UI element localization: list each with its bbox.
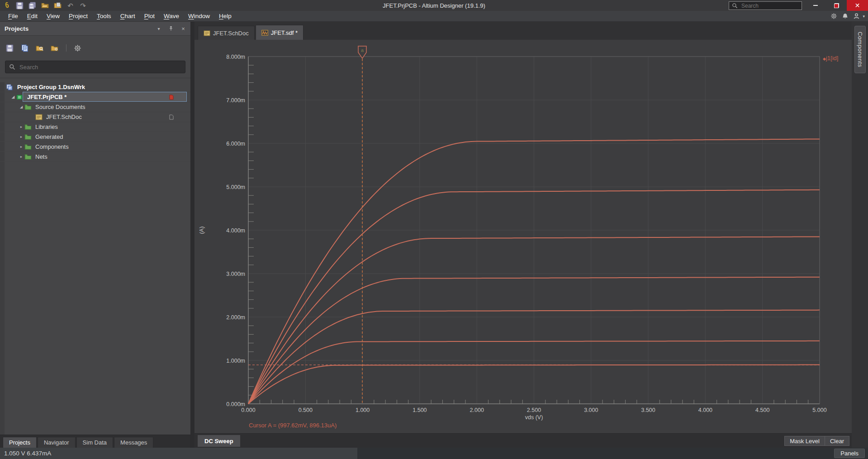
y-tick-label: 2.000m — [226, 314, 245, 321]
project-tree: Project Group 1.DsnWrk◢JFET.PrjPCB *◢Sou… — [0, 82, 190, 435]
expand-arrow-icon[interactable]: ▸ — [18, 135, 24, 139]
tree-item-project-group-1-dsnwrk[interactable]: Project Group 1.DsnWrk — [0, 82, 190, 92]
menubar-right-icons: ▾ — [830, 13, 865, 19]
legend-j1id[interactable]: ◆j1[id] — [823, 55, 838, 62]
workspace-icon — [6, 84, 14, 90]
menu-plot[interactable]: Plot — [140, 12, 159, 20]
folder-icon — [24, 144, 32, 150]
restore-button[interactable] — [826, 0, 847, 11]
tree-item-jfet-prjpcb[interactable]: ◢JFET.PrjPCB * — [0, 92, 190, 102]
tree-item-nets[interactable]: ▸Nets — [0, 152, 190, 162]
right-panel-strip: Components — [852, 22, 868, 448]
open-document-icon[interactable] — [54, 2, 62, 9]
x-tick-label: 1.000 — [356, 407, 370, 413]
menu-wave[interactable]: Wave — [159, 12, 184, 20]
global-search-input[interactable] — [740, 2, 799, 9]
menu-view[interactable]: View — [42, 12, 64, 20]
tree-item-label: Components — [33, 143, 71, 150]
collapse-arrow-icon[interactable]: ◢ — [10, 95, 16, 99]
panel-tab-messages[interactable]: Messages — [114, 437, 153, 448]
search-folder-icon[interactable] — [36, 44, 44, 52]
tree-item-label: Generated — [33, 133, 65, 140]
tab-dc-sweep[interactable]: DC Sweep — [198, 435, 240, 447]
tree-item-components[interactable]: ▸Components — [0, 142, 190, 152]
panel-tab-navigator[interactable]: Navigator — [38, 437, 76, 448]
menu-window[interactable]: Window — [184, 12, 214, 20]
x-axis-title: vds (V) — [525, 414, 543, 421]
notifications-bell-icon[interactable] — [842, 13, 849, 19]
document-tabs: JFET.SchDocJFET.sdf * — [194, 22, 852, 40]
panels-button[interactable]: Panels — [834, 449, 865, 458]
y-tick-label: 8.000m — [226, 54, 245, 60]
tab-components[interactable]: Components — [854, 26, 866, 73]
save-icon[interactable] — [16, 2, 24, 9]
schematic-document-icon — [35, 114, 43, 120]
main-area: Projects ▾× Project Group 1.DsnWrk◢JFET.… — [0, 22, 868, 448]
tree-item-libraries[interactable]: ▸Libraries — [0, 122, 190, 132]
modified-red-badge-icon — [169, 95, 174, 100]
projects-search-box[interactable] — [5, 61, 185, 73]
tree-item-jfet-schdoc[interactable]: JFET.SchDoc — [0, 112, 190, 122]
y-axis-title: (A) — [199, 227, 205, 234]
collapse-arrow-icon[interactable]: ◢ — [18, 105, 24, 109]
waveform-chart: 0.000m1.000m2.000m3.000m4.000m5.000m6.00… — [194, 40, 852, 433]
menu-file[interactable]: File — [4, 12, 23, 20]
tree-item-label: Project Group 1.DsnWrk — [15, 84, 87, 90]
expand-arrow-icon[interactable]: ▸ — [18, 155, 24, 159]
y-tick-label: 4.000m — [226, 227, 245, 234]
tree-item-generated[interactable]: ▸Generated — [0, 132, 190, 142]
save-all-icon[interactable] — [28, 2, 36, 9]
global-search-box[interactable] — [729, 1, 802, 10]
statusbar: 1.050 V 6.437mA Panels — [0, 448, 868, 459]
document-tab-label: JFET.SchDoc — [213, 30, 249, 37]
menu-project[interactable]: Project — [64, 12, 92, 20]
expand-arrow-icon[interactable]: ▸ — [18, 145, 24, 149]
panel-splitter[interactable] — [191, 22, 194, 448]
minimize-icon — [813, 5, 818, 6]
expand-arrow-icon[interactable]: ▸ — [18, 125, 24, 129]
document-tab-jfet-schdoc[interactable]: JFET.SchDoc — [198, 26, 255, 40]
panel-tab-sim-data[interactable]: Sim Data — [76, 437, 113, 448]
projects-toolbar — [0, 36, 190, 57]
y-tick-label: 5.000m — [226, 184, 245, 190]
folder-icon — [24, 104, 32, 110]
chevron-down-icon[interactable]: ▾ — [156, 26, 161, 31]
toolbar-divider — [66, 44, 66, 52]
x-tick-label: 0.000 — [241, 407, 255, 413]
tree-item-source-documents[interactable]: ◢Source Documents — [0, 102, 190, 112]
copy-documents-icon[interactable] — [21, 44, 29, 52]
close-icon[interactable]: × — [180, 26, 186, 31]
left-panel-tabs: ProjectsNavigatorSim DataMessages — [0, 435, 190, 448]
minimize-button[interactable] — [805, 0, 826, 11]
cursor-a-readout: Cursor A = (997.62mV, 896.13uA) — [249, 422, 337, 429]
menu-items: FileEditViewProjectToolsChartPlotWaveWin… — [4, 12, 236, 20]
settings-gear-icon[interactable] — [830, 13, 837, 19]
folder-options-icon[interactable] — [51, 44, 59, 52]
titlebar-quick-access-toolbar: ∂↶↷ — [0, 2, 87, 9]
close-button[interactable]: ✕ — [847, 0, 868, 11]
settings-gear-icon[interactable] — [74, 44, 82, 52]
x-tick-label: 0.500 — [299, 407, 313, 413]
altium-logo-icon: ∂ — [3, 2, 11, 9]
menubar: FileEditViewProjectToolsChartPlotWaveWin… — [0, 11, 868, 22]
x-tick-label: 3.500 — [641, 407, 655, 413]
projects-search-input[interactable] — [19, 63, 181, 71]
open-folder-icon[interactable] — [41, 2, 49, 9]
document-tab-jfet-sdf[interactable]: JFET.sdf * — [256, 25, 304, 40]
x-tick-label: 4.500 — [755, 407, 769, 413]
chart-canvas[interactable]: 0.000m1.000m2.000m3.000m4.000m5.000m6.00… — [194, 40, 852, 433]
menu-help[interactable]: Help — [214, 12, 236, 20]
menu-edit[interactable]: Edit — [23, 12, 42, 20]
save-document-icon[interactable] — [6, 44, 14, 52]
menu-chart[interactable]: Chart — [116, 12, 140, 20]
menu-tools[interactable]: Tools — [92, 12, 116, 20]
user-account-icon[interactable] — [853, 13, 860, 19]
panel-tab-projects[interactable]: Projects — [3, 437, 37, 448]
undo-icon[interactable]: ↶ — [66, 2, 74, 9]
statusbar-right: Panels — [357, 448, 868, 459]
x-tick-label: 2.500 — [527, 407, 541, 413]
clear-button[interactable]: Clear — [825, 436, 849, 446]
pin-icon[interactable] — [168, 26, 174, 31]
redo-icon[interactable]: ↷ — [79, 2, 87, 9]
mask-level-button[interactable]: Mask Level — [784, 436, 825, 446]
